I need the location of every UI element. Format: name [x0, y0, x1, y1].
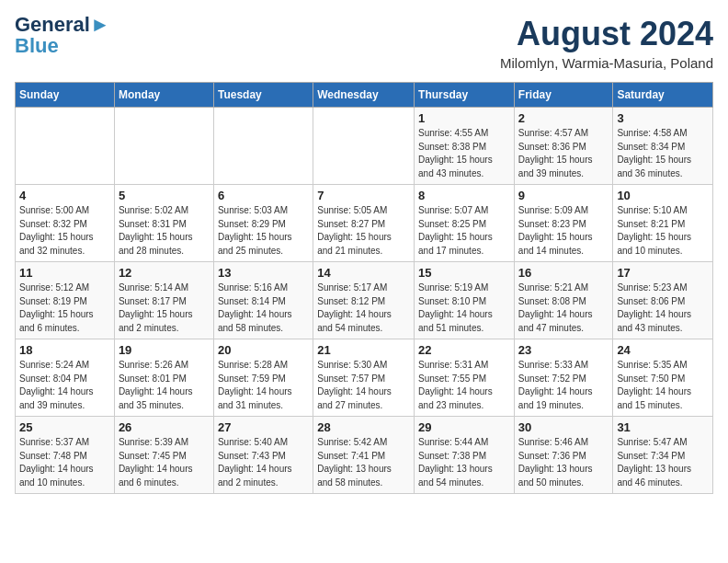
- day-cell: 30Sunrise: 5:46 AM Sunset: 7:36 PM Dayli…: [514, 417, 613, 494]
- day-info: Sunrise: 5:47 AM Sunset: 7:34 PM Dayligh…: [617, 436, 709, 489]
- col-header-monday: Monday: [114, 83, 213, 108]
- day-cell: 7Sunrise: 5:05 AM Sunset: 8:27 PM Daylig…: [313, 185, 415, 262]
- day-cell: 31Sunrise: 5:47 AM Sunset: 7:34 PM Dayli…: [613, 417, 713, 494]
- day-cell: 29Sunrise: 5:44 AM Sunset: 7:38 PM Dayli…: [415, 417, 515, 494]
- day-info: Sunrise: 5:21 AM Sunset: 8:08 PM Dayligh…: [518, 282, 609, 335]
- day-number: 15: [418, 266, 510, 280]
- day-info: Sunrise: 5:24 AM Sunset: 8:04 PM Dayligh…: [19, 359, 110, 412]
- day-number: 16: [518, 266, 609, 280]
- day-cell: [114, 108, 213, 185]
- day-info: Sunrise: 5:19 AM Sunset: 8:10 PM Dayligh…: [418, 282, 510, 335]
- day-number: 21: [317, 343, 410, 357]
- day-number: 14: [317, 266, 410, 280]
- day-cell: 21Sunrise: 5:30 AM Sunset: 7:57 PM Dayli…: [313, 339, 415, 417]
- day-cell: 18Sunrise: 5:24 AM Sunset: 8:04 PM Dayli…: [16, 339, 115, 417]
- week-row-4: 18Sunrise: 5:24 AM Sunset: 8:04 PM Dayli…: [16, 339, 713, 417]
- col-header-tuesday: Tuesday: [213, 83, 313, 108]
- day-info: Sunrise: 5:14 AM Sunset: 8:17 PM Dayligh…: [119, 282, 210, 335]
- logo: General► Blue: [15, 15, 110, 56]
- day-number: 13: [218, 266, 309, 280]
- day-number: 17: [617, 266, 709, 280]
- day-info: Sunrise: 5:26 AM Sunset: 8:01 PM Dayligh…: [119, 359, 210, 412]
- day-cell: 20Sunrise: 5:28 AM Sunset: 7:59 PM Dayli…: [213, 339, 313, 417]
- day-info: Sunrise: 5:03 AM Sunset: 8:29 PM Dayligh…: [218, 204, 309, 258]
- day-number: 8: [418, 189, 510, 202]
- day-cell: 12Sunrise: 5:14 AM Sunset: 8:17 PM Dayli…: [114, 262, 213, 339]
- day-info: Sunrise: 5:33 AM Sunset: 7:52 PM Dayligh…: [518, 359, 609, 412]
- day-info: Sunrise: 5:44 AM Sunset: 7:38 PM Dayligh…: [418, 436, 510, 489]
- day-cell: [313, 108, 415, 185]
- day-number: 19: [119, 343, 210, 357]
- day-number: 7: [317, 189, 410, 202]
- day-cell: [16, 108, 115, 185]
- calendar-header-row: SundayMondayTuesdayWednesdayThursdayFrid…: [16, 83, 713, 108]
- week-row-1: 1Sunrise: 4:55 AM Sunset: 8:38 PM Daylig…: [16, 108, 713, 185]
- day-cell: [213, 108, 313, 185]
- day-number: 3: [617, 111, 709, 125]
- calendar-table: SundayMondayTuesdayWednesdayThursdayFrid…: [15, 82, 713, 494]
- day-number: 28: [317, 420, 410, 434]
- day-number: 9: [518, 189, 609, 202]
- day-info: Sunrise: 5:23 AM Sunset: 8:06 PM Dayligh…: [617, 282, 709, 335]
- day-cell: 1Sunrise: 4:55 AM Sunset: 8:38 PM Daylig…: [415, 108, 515, 185]
- day-cell: 27Sunrise: 5:40 AM Sunset: 7:43 PM Dayli…: [213, 417, 313, 494]
- day-cell: 5Sunrise: 5:02 AM Sunset: 8:31 PM Daylig…: [114, 185, 213, 262]
- day-info: Sunrise: 5:12 AM Sunset: 8:19 PM Dayligh…: [19, 282, 110, 335]
- day-info: Sunrise: 5:37 AM Sunset: 7:48 PM Dayligh…: [19, 436, 110, 489]
- logo-blue: Blue: [15, 36, 59, 56]
- day-info: Sunrise: 5:30 AM Sunset: 7:57 PM Dayligh…: [317, 359, 410, 412]
- day-info: Sunrise: 5:05 AM Sunset: 8:27 PM Dayligh…: [317, 204, 410, 258]
- day-cell: 15Sunrise: 5:19 AM Sunset: 8:10 PM Dayli…: [415, 262, 515, 339]
- day-cell: 28Sunrise: 5:42 AM Sunset: 7:41 PM Dayli…: [313, 417, 415, 494]
- day-info: Sunrise: 5:09 AM Sunset: 8:23 PM Dayligh…: [518, 204, 609, 258]
- day-number: 29: [418, 420, 510, 434]
- day-info: Sunrise: 4:57 AM Sunset: 8:36 PM Dayligh…: [518, 127, 609, 180]
- day-cell: 17Sunrise: 5:23 AM Sunset: 8:06 PM Dayli…: [613, 262, 713, 339]
- day-cell: 2Sunrise: 4:57 AM Sunset: 8:36 PM Daylig…: [514, 108, 613, 185]
- day-cell: 11Sunrise: 5:12 AM Sunset: 8:19 PM Dayli…: [16, 262, 115, 339]
- day-cell: 22Sunrise: 5:31 AM Sunset: 7:55 PM Dayli…: [415, 339, 515, 417]
- day-number: 2: [518, 111, 609, 125]
- day-number: 20: [218, 343, 309, 357]
- day-cell: 8Sunrise: 5:07 AM Sunset: 8:25 PM Daylig…: [415, 185, 515, 262]
- day-number: 23: [518, 343, 609, 357]
- col-header-saturday: Saturday: [613, 83, 713, 108]
- day-cell: 9Sunrise: 5:09 AM Sunset: 8:23 PM Daylig…: [514, 185, 613, 262]
- day-number: 10: [617, 189, 709, 202]
- day-info: Sunrise: 5:02 AM Sunset: 8:31 PM Dayligh…: [119, 204, 210, 258]
- col-header-wednesday: Wednesday: [313, 83, 415, 108]
- day-cell: 16Sunrise: 5:21 AM Sunset: 8:08 PM Dayli…: [514, 262, 613, 339]
- day-cell: 4Sunrise: 5:00 AM Sunset: 8:32 PM Daylig…: [16, 185, 115, 262]
- day-info: Sunrise: 5:39 AM Sunset: 7:45 PM Dayligh…: [119, 436, 210, 489]
- day-number: 12: [119, 266, 210, 280]
- logo-general: General: [15, 13, 90, 36]
- day-number: 5: [119, 189, 210, 202]
- col-header-sunday: Sunday: [16, 83, 115, 108]
- title-section: August 2024 Milomlyn, Warmia-Masuria, Po…: [500, 15, 713, 71]
- day-number: 31: [617, 420, 709, 434]
- day-cell: 23Sunrise: 5:33 AM Sunset: 7:52 PM Dayli…: [514, 339, 613, 417]
- day-cell: 13Sunrise: 5:16 AM Sunset: 8:14 PM Dayli…: [213, 262, 313, 339]
- location: Milomlyn, Warmia-Masuria, Poland: [500, 55, 713, 71]
- day-cell: 10Sunrise: 5:10 AM Sunset: 8:21 PM Dayli…: [613, 185, 713, 262]
- day-number: 30: [518, 420, 609, 434]
- day-cell: 19Sunrise: 5:26 AM Sunset: 8:01 PM Dayli…: [114, 339, 213, 417]
- week-row-2: 4Sunrise: 5:00 AM Sunset: 8:32 PM Daylig…: [16, 185, 713, 262]
- day-cell: 3Sunrise: 4:58 AM Sunset: 8:34 PM Daylig…: [613, 108, 713, 185]
- day-info: Sunrise: 4:58 AM Sunset: 8:34 PM Dayligh…: [617, 127, 709, 180]
- week-row-5: 25Sunrise: 5:37 AM Sunset: 7:48 PM Dayli…: [16, 417, 713, 494]
- day-number: 11: [19, 266, 110, 280]
- day-info: Sunrise: 4:55 AM Sunset: 8:38 PM Dayligh…: [418, 127, 510, 180]
- day-info: Sunrise: 5:46 AM Sunset: 7:36 PM Dayligh…: [518, 436, 609, 489]
- day-info: Sunrise: 5:31 AM Sunset: 7:55 PM Dayligh…: [418, 359, 510, 412]
- day-number: 24: [617, 343, 709, 357]
- day-info: Sunrise: 5:28 AM Sunset: 7:59 PM Dayligh…: [218, 359, 309, 412]
- day-info: Sunrise: 5:07 AM Sunset: 8:25 PM Dayligh…: [418, 204, 510, 258]
- day-number: 18: [19, 343, 110, 357]
- day-info: Sunrise: 5:10 AM Sunset: 8:21 PM Dayligh…: [617, 204, 709, 258]
- day-info: Sunrise: 5:42 AM Sunset: 7:41 PM Dayligh…: [317, 436, 410, 489]
- day-cell: 14Sunrise: 5:17 AM Sunset: 8:12 PM Dayli…: [313, 262, 415, 339]
- day-number: 27: [218, 420, 309, 434]
- week-row-3: 11Sunrise: 5:12 AM Sunset: 8:19 PM Dayli…: [16, 262, 713, 339]
- day-info: Sunrise: 5:35 AM Sunset: 7:50 PM Dayligh…: [617, 359, 709, 412]
